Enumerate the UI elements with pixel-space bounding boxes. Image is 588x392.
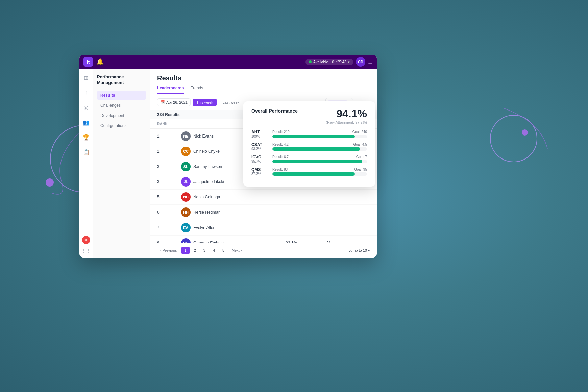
sidebar-user-avatar[interactable]: CD <box>82 236 90 244</box>
more-options[interactable] <box>349 220 377 236</box>
score-cell <box>279 190 320 205</box>
sidebar-icon-users[interactable]: 👥 <box>81 118 91 127</box>
grid-icon[interactable]: ☰ <box>368 59 373 65</box>
agent-cell: GE Georges Embolo <box>174 236 279 243</box>
rank-cell: 1 <box>150 129 174 144</box>
nav-title: Performance Management <box>97 74 146 86</box>
rank-cell: 5 <box>150 190 174 205</box>
metric-bar-track <box>272 135 367 138</box>
sidebar-apps-icon[interactable]: ⋮⋮ <box>81 248 91 253</box>
page-2-btn[interactable]: 2 <box>191 247 199 254</box>
sidebar-icon-home[interactable]: ⊞ <box>81 73 91 82</box>
agent-cell: HH Herse Hedman <box>174 205 279 220</box>
agent-name: Georges Embolo <box>193 241 224 243</box>
pagination: ‹ Previous 1 2 3 4 5 Next › Jump to 10 ▾ <box>150 243 377 258</box>
avatar: JL <box>181 177 191 187</box>
more-options[interactable]: ··· <box>349 236 377 243</box>
status-indicator[interactable]: Available | 01:25:43 ▾ <box>305 59 353 65</box>
nav-item-configurations[interactable]: Configurations <box>97 121 146 130</box>
metric-name: AHT <box>251 130 268 134</box>
this-week-btn[interactable]: This week <box>193 99 217 106</box>
calendar-icon: 📅 <box>160 100 165 104</box>
avatar: CC <box>181 147 191 156</box>
perf-card-score: 94.1% <box>336 108 367 119</box>
prev-page-btn[interactable]: ‹ Previous <box>157 247 180 254</box>
rank-cell: 3 <box>150 159 174 174</box>
more-options[interactable] <box>349 205 377 220</box>
perf-card-header: Overall Performance 94.1% <box>251 108 367 119</box>
perf-card-raw: (Raw Attainment: 97.2%) <box>251 120 367 124</box>
status-label: Available <box>313 60 328 64</box>
nav-item-results[interactable]: Results <box>97 91 146 100</box>
notification-icon[interactable]: 🔔 <box>96 58 104 66</box>
score-cell <box>279 220 320 236</box>
metric-goal: Goal: 95 <box>354 168 367 171</box>
metric-bar-track <box>272 160 367 163</box>
metric-goal: Goal: 4.5 <box>353 143 367 146</box>
metric-bar-fill <box>272 160 362 163</box>
agent-name: Evelyn Allen <box>193 225 215 230</box>
nav-item-development[interactable]: Development <box>97 111 146 120</box>
metric-name: ICVO <box>251 155 268 160</box>
table-row[interactable]: 7 EA Evelyn Allen <box>150 220 377 236</box>
interactions-cell <box>320 205 349 220</box>
table-row[interactable]: 6 HH Herse Hedman <box>150 205 377 220</box>
sidebar-icon-circle[interactable]: ◎ <box>81 103 91 112</box>
status-time: 01:25:43 <box>332 60 346 64</box>
perf-card-title: Overall Performance <box>251 108 298 114</box>
interactions-cell: 31 <box>320 236 349 243</box>
metric-pct: 95.7% <box>251 160 268 163</box>
tab-trends[interactable]: Trends <box>191 85 203 94</box>
agent-name: Nahia Colunga <box>193 195 220 199</box>
metric-name: QMS <box>251 167 268 172</box>
agent-name: Sammy Lawson <box>193 164 222 169</box>
avatar: EA <box>181 223 191 232</box>
table-row[interactable]: 5 NC Nahia Colunga <box>150 190 377 205</box>
status-separator: | <box>329 60 330 64</box>
app-logo[interactable]: it <box>83 57 93 67</box>
sidebar-bottom: CD ⋮⋮ <box>81 236 91 253</box>
sidebar-icon-clipboard[interactable]: 📋 <box>81 147 91 157</box>
agent-name: Herse Hedman <box>193 210 221 215</box>
page-5-btn[interactable]: 5 <box>219 247 227 254</box>
metric-name: CSAT <box>251 142 268 147</box>
page-4-btn[interactable]: 4 <box>210 247 218 254</box>
performance-card: Overall Performance 94.1% (Raw Attainmen… <box>243 101 375 187</box>
jump-to[interactable]: Jump to 10 ▾ <box>349 248 370 253</box>
metric-pct: 93.3% <box>251 147 268 151</box>
avatar: NC <box>181 192 191 202</box>
perf-metric-qms: QMS 87.3% Result: 83 Goal: 95 <box>251 167 367 176</box>
metric-result: Result: 4.2 <box>272 143 289 146</box>
date-value: Apr 26, 2021 <box>166 100 188 104</box>
agent-name: Chinelo Chyke <box>193 149 220 154</box>
nav-panel: Performance Management Results Challenge… <box>93 69 150 258</box>
perf-metrics-container: AHT 100% Result: 210 Goal: 240 CSAT 93.3… <box>251 130 367 176</box>
sidebar-icon-trophy[interactable]: 🏆 <box>81 132 91 142</box>
rank-cell: 7 <box>150 220 174 236</box>
status-dot <box>309 60 312 63</box>
nav-item-challenges[interactable]: Challenges <box>97 101 146 110</box>
metric-goal: Goal: 240 <box>352 130 367 134</box>
perf-metric-csat: CSAT 93.3% Result: 4.2 Goal: 4.5 <box>251 142 367 151</box>
agent-cell: NC Nahia Colunga <box>174 190 279 205</box>
user-avatar[interactable]: CD <box>356 57 365 67</box>
page-1-btn[interactable]: 1 <box>181 247 190 254</box>
page-3-btn[interactable]: 3 <box>200 247 209 254</box>
sidebar-icon-analytics[interactable]: ↑ <box>81 88 91 97</box>
agent-name: Nick Evans <box>193 134 214 139</box>
more-options[interactable] <box>349 190 377 205</box>
interactions-cell <box>320 220 349 236</box>
metric-bar-track <box>272 147 367 151</box>
agent-name: Jacqueline Likoki <box>193 179 224 184</box>
score-cell <box>279 205 320 220</box>
perf-metric-icvo: ICVO 95.7% Result: 6.7 Goal: 7 <box>251 155 367 163</box>
rank-cell: 6 <box>150 205 174 220</box>
metric-result: Result: 6.7 <box>272 155 289 159</box>
rank-header: Rank <box>150 119 174 129</box>
last-week-btn[interactable]: Last week <box>219 99 243 106</box>
date-picker[interactable]: 📅 Apr 26, 2021 <box>157 98 191 106</box>
tab-leaderboards[interactable]: Leaderboards <box>157 85 184 94</box>
results-title: Results <box>157 74 370 82</box>
next-page-btn[interactable]: Next › <box>229 247 245 254</box>
table-row[interactable]: 8 GE Georges Embolo 93.1% 31 ··· <box>150 236 377 243</box>
